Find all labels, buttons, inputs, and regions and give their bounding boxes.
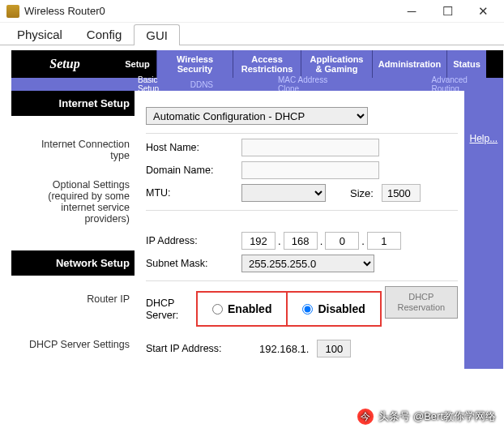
nav-wireless-security[interactable]: Wireless Security (157, 50, 233, 78)
divider (146, 210, 458, 211)
dhcp-reservation-button[interactable]: DHCP Reservation (385, 286, 458, 319)
nav-applications-gaming[interactable]: Applications & Gaming (301, 50, 373, 78)
ip-octet-2[interactable] (284, 232, 318, 250)
watermark-icon: 今 (357, 409, 374, 425)
ip-octet-1[interactable] (241, 232, 275, 250)
nav-status[interactable]: Status (447, 50, 486, 78)
optional-settings-label: Optional Settings (required by some inte… (11, 178, 135, 228)
ip-octet-4[interactable] (367, 232, 401, 250)
maximize-button[interactable]: ☐ (429, 0, 465, 23)
start-ip-prefix: 192.168.1. (259, 343, 309, 355)
connection-type-select[interactable]: Automatic Configuration - DHCP (146, 107, 368, 125)
dhcp-server-radio-group: Enabled Disabled (196, 291, 382, 327)
internet-setup-head: Internet Setup (11, 91, 135, 116)
ip-address-label: IP Address: (146, 235, 241, 246)
dhcp-server-settings-label: DHCP Server Settings (11, 337, 135, 353)
window-title-bar: Wireless Router0 ─ ☐ ✕ (0, 0, 504, 23)
ip-octet-3[interactable] (325, 232, 359, 250)
left-label-column: Internet Setup Internet Connection type … (11, 91, 135, 369)
host-name-label: Host Name: (146, 142, 241, 153)
subnav-ddns[interactable]: DDNS (190, 80, 213, 89)
divider (146, 133, 458, 134)
nav-access-restrictions[interactable]: Access Restrictions (233, 50, 301, 78)
dhcp-disabled-radio[interactable] (302, 304, 313, 315)
subnet-mask-select[interactable]: 255.255.255.0 (241, 255, 374, 272)
watermark-text: 头条号 @Bert教你学网络 (378, 409, 496, 424)
mtu-label: MTU: (146, 187, 241, 199)
internet-conn-type-label: Internet Connection type (11, 137, 135, 165)
nav-setup[interactable]: Setup (118, 50, 157, 78)
nav-administration[interactable]: Administration (373, 50, 447, 78)
minimize-button[interactable]: ─ (394, 0, 429, 23)
start-ip-input[interactable] (317, 340, 351, 357)
watermark: 今 头条号 @Bert教你学网络 (357, 409, 496, 425)
dhcp-enabled-radio[interactable] (212, 304, 223, 315)
subnet-mask-label: Subnet Mask: (146, 258, 241, 269)
help-link[interactable]: Help... (469, 133, 498, 144)
start-ip-label: Start IP Address: (146, 343, 259, 354)
dhcp-disabled-label: Disabled (318, 302, 365, 315)
dhcp-enabled-label: Enabled (228, 302, 271, 315)
app-icon (6, 5, 19, 18)
dhcp-server-label: DHCPServer: (146, 286, 196, 322)
mtu-select[interactable] (241, 184, 326, 202)
tab-physical[interactable]: Physical (5, 24, 75, 45)
router-nav: Setup Setup Wireless Security Access Res… (11, 50, 503, 91)
center-panel: Automatic Configuration - DHCP Host Name… (135, 91, 464, 369)
mode-tabs: Physical Config GUI (0, 23, 504, 45)
mtu-size-input[interactable] (382, 184, 421, 202)
help-panel: Help... (464, 91, 503, 369)
divider (146, 280, 458, 281)
router-ip-label: Router IP (11, 292, 135, 308)
setup-heading: Setup (11, 50, 118, 78)
tab-config[interactable]: Config (75, 24, 134, 45)
host-name-input[interactable] (241, 139, 379, 156)
close-button[interactable]: ✕ (465, 0, 501, 23)
window-title: Wireless Router0 (24, 5, 394, 17)
domain-name-input[interactable] (241, 161, 379, 179)
tab-gui[interactable]: GUI (134, 24, 180, 45)
network-setup-head: Network Setup (11, 250, 135, 276)
domain-name-label: Domain Name: (146, 165, 241, 176)
size-label: Size: (350, 187, 374, 199)
